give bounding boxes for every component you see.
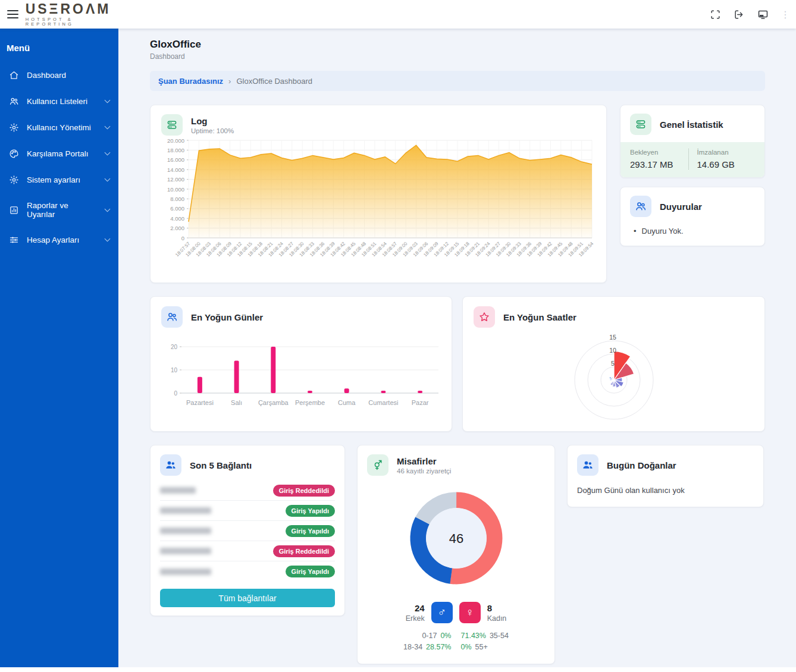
redacted-username (160, 487, 196, 494)
sidebar-item-kullan-c-y-netimi[interactable]: Kullanıcı Yönetimi (0, 117, 118, 138)
busiest-hours-card: En Yoğun Saatler 51015 (462, 296, 765, 432)
last-connections-card: Son 5 Bağlantı Giriş Reddedildi Giriş Ya… (150, 445, 345, 616)
topbar-actions: ⋮ (709, 8, 796, 20)
announcements-title: Duyurular (660, 202, 702, 212)
svg-text:2.000: 2.000 (170, 225, 184, 231)
svg-text:10.000: 10.000 (167, 186, 184, 193)
status-badge: Giriş Yapıldı (286, 525, 335, 537)
signed-label: İmzalanan (697, 149, 756, 156)
general-statistics-card: Genel İstatistik Bekleyen 293.17 MB İmza… (620, 105, 765, 178)
svg-text:5: 5 (611, 360, 615, 367)
sidebar-item-kullan-c-listeleri[interactable]: Kullanıcı Listeleri (0, 91, 118, 112)
logo: USΞROΛM HOTSPOT & REPORTING (26, 2, 118, 26)
status-badge: Giriş Yapıldı (286, 505, 335, 517)
connection-row: Giriş Reddedildi (160, 541, 335, 561)
age-row: 0%55+ (461, 642, 531, 653)
svg-text:16.000: 16.000 (167, 156, 184, 163)
busiest-hours-title: En Yoğun Saatler (503, 312, 576, 322)
gender-stats: 24 Erkek ♂ ♀ 8 Kadın (367, 602, 545, 623)
connection-row: Giriş Yapıldı (160, 501, 335, 521)
announcements-empty-text: •Duyuru Yok. (630, 227, 755, 235)
female-count: 8 (487, 603, 507, 613)
users-icon (161, 306, 183, 328)
more-vertical-icon[interactable]: ⋮ (781, 9, 790, 20)
pending-label: Bekleyen (630, 149, 688, 156)
sidebar-item-label: Hesap Ayarları (27, 235, 79, 244)
guests-card: Misafirler 46 kayıtlı ziyaretçi 46 24 Er… (357, 445, 555, 664)
page-subtitle: Dashboard (150, 52, 765, 61)
status-badge: Giriş Reddedildi (273, 545, 335, 557)
stats-values: Bekleyen 293.17 MB İmzalanan 14.69 GB (620, 142, 764, 177)
svg-text:Salı: Salı (231, 399, 242, 406)
svg-text:6.000: 6.000 (170, 205, 184, 212)
log-area-chart: 02.0004.0006.0008.00010.00012.00014.0001… (161, 136, 596, 274)
age-row: 71.43%35-54 (461, 630, 531, 642)
guests-subtitle: 46 kayıtlı ziyaretçi (397, 467, 451, 475)
topbar: USΞROΛM HOTSPOT & REPORTING ⋮ (0, 0, 796, 29)
log-uptime: Uptime: 100% (191, 127, 234, 134)
male-count: 24 (406, 603, 425, 613)
home-icon (9, 70, 19, 80)
guests-donut-chart: 46 (406, 488, 507, 589)
chevron-down-icon (105, 150, 111, 156)
male-icon[interactable]: ♂ (431, 602, 453, 623)
busiest-hours-polar-chart: 51015 (549, 329, 679, 423)
sidebar-item-label: Dashboard (27, 71, 66, 80)
users-icon (9, 96, 19, 106)
svg-text:4.000: 4.000 (170, 215, 184, 222)
busiest-days-title: En Yoğun Günler (191, 312, 263, 322)
sidebar-item-label: Sistem ayarları (27, 175, 80, 184)
redacted-username (160, 548, 211, 554)
age-stats: 0-170% 18-3428.57% 71.43%35-54 0%55+ (367, 630, 545, 653)
hamburger-menu-button[interactable] (7, 8, 18, 21)
sliders-icon (9, 235, 19, 245)
page-title: GloxOffice (150, 39, 765, 51)
sidebar-item-hesap-ayarlar-[interactable]: Hesap Ayarları (0, 230, 118, 250)
all-connections-button[interactable]: Tüm bağlantılar (160, 589, 335, 607)
age-row: 0-170% (381, 630, 452, 642)
chevron-down-icon (105, 124, 111, 130)
svg-text:Cumartesi: Cumartesi (368, 399, 398, 406)
sidebar-item-label: Kullanıcı Yönetimi (27, 123, 91, 132)
sidebar-item-label: Karşılama Portalı (27, 149, 89, 158)
sidebar-item-dashboard[interactable]: Dashboard (0, 65, 118, 86)
connection-list: Giriş Reddedildi Giriş Yapıldı Giriş Yap… (160, 481, 335, 582)
svg-text:Pazartesi: Pazartesi (186, 399, 214, 406)
pending-value: 293.17 MB (630, 159, 688, 169)
male-label: Erkek (406, 614, 425, 623)
users-icon (160, 454, 181, 476)
connection-row: Giriş Yapıldı (160, 521, 335, 541)
server-icon (161, 114, 183, 136)
logout-icon[interactable] (733, 8, 745, 20)
gear-icon (9, 175, 19, 185)
redacted-username (160, 569, 211, 575)
redacted-username (160, 507, 211, 514)
sidebar-item-label: Raporlar ve Uyarılar (27, 201, 98, 219)
breadcrumb-separator: › (228, 77, 231, 86)
display-icon[interactable] (757, 8, 769, 20)
svg-text:46: 46 (449, 531, 463, 546)
svg-text:15: 15 (609, 334, 616, 341)
server-icon (630, 114, 651, 135)
busiest-days-card: En Yoğun Günler 01020PazartesiSalıÇarşam… (150, 296, 452, 432)
svg-text:10: 10 (609, 347, 616, 354)
sidebar-item-kar-lama-portal-[interactable]: Karşılama Portalı (0, 143, 118, 164)
main-content: GloxOffice Dashboard Şuan Buradasınız › … (118, 29, 796, 667)
topbar-brand: USΞROΛM HOTSPOT & REPORTING (0, 2, 118, 26)
svg-text:14.000: 14.000 (167, 167, 184, 173)
sidebar-item-sistem-ayarlar-[interactable]: Sistem ayarları (0, 169, 118, 190)
svg-text:20: 20 (171, 344, 178, 350)
signed-value: 14.69 GB (697, 159, 756, 169)
fullscreen-icon[interactable] (709, 8, 721, 20)
female-icon[interactable]: ♀ (459, 602, 481, 623)
birthdays-title: Bugün Doğanlar (607, 460, 676, 470)
breadcrumb-home-link[interactable]: Şuan Buradasınız (158, 77, 223, 86)
age-row: 18-3428.57% (381, 642, 452, 653)
svg-text:0: 0 (174, 390, 177, 397)
sidebar-item-raporlar-ve-uyar-lar[interactable]: Raporlar ve Uyarılar (0, 196, 118, 224)
svg-text:20.000: 20.000 (167, 137, 184, 144)
sidebar-item-label: Kullanıcı Listeleri (27, 97, 87, 106)
status-badge: Giriş Yapıldı (286, 566, 335, 577)
birthdays-empty-text: Doğum Günü olan kullanıcı yok (577, 486, 754, 495)
logo-text: USΞROΛM (26, 2, 118, 16)
